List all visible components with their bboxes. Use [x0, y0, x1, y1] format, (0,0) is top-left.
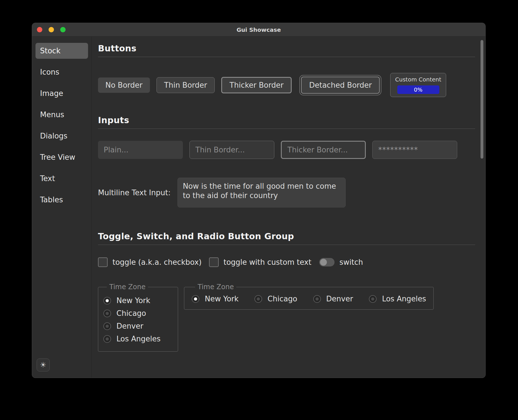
- multiline-row: Multiline Text Input: Now is the time fo…: [98, 178, 475, 207]
- radio-label: Los Angeles: [116, 335, 160, 343]
- traffic-lights: [37, 27, 66, 32]
- radio-option-denver[interactable]: Denver: [103, 322, 173, 330]
- detached-border-button[interactable]: Detached Border: [301, 77, 380, 94]
- sidebar-item-tree-view[interactable]: Tree View: [35, 149, 88, 165]
- radio-label: New York: [116, 296, 150, 305]
- vertical-scrollbar-thumb[interactable]: [481, 40, 483, 159]
- switch-label: switch: [339, 258, 363, 266]
- sidebar-item-dialogs[interactable]: Dialogs: [35, 128, 88, 144]
- multiline-label: Multiline Text Input:: [98, 188, 171, 197]
- maximize-button[interactable]: [60, 27, 66, 32]
- radio-groups-row: Time Zone New York Chicago Denver: [98, 283, 475, 352]
- switch-knob-icon: [320, 259, 327, 266]
- thicker-border-input[interactable]: [281, 141, 366, 159]
- timezone-group-horizontal: Time Zone New York Chicago Denver: [184, 283, 434, 310]
- thicker-border-button[interactable]: Thicker Border: [221, 77, 292, 93]
- radio-option-new-york[interactable]: New York: [192, 295, 239, 303]
- buttons-row: No Border Thin Border Thicker Border Det…: [98, 73, 475, 97]
- custom-text-checkbox-label: toggle with custom text: [224, 258, 311, 266]
- radio-option-new-york[interactable]: New York: [103, 296, 173, 305]
- toggles-section-heading: Toggle, Switch, and Radio Button Group: [98, 231, 475, 241]
- inputs-section-heading: Inputs: [98, 115, 475, 125]
- custom-content-button[interactable]: Custom Content 0%: [390, 73, 446, 97]
- sidebar-item-menus[interactable]: Menus: [35, 107, 88, 123]
- theme-toggle-button[interactable]: ☀: [37, 358, 50, 371]
- radio-label: Denver: [326, 295, 353, 303]
- radio-option-denver[interactable]: Denver: [313, 295, 353, 303]
- switch-control[interactable]: [319, 258, 335, 266]
- sidebar-item-stock[interactable]: Stock: [35, 43, 88, 59]
- sidebar: Stock Icons Image Menus Dialogs Tree Vie…: [32, 37, 92, 378]
- sidebar-item-image[interactable]: Image: [35, 85, 88, 101]
- section-divider: [98, 57, 475, 57]
- radio-icon[interactable]: [103, 335, 111, 343]
- radio-option-chicago[interactable]: Chicago: [254, 295, 297, 303]
- custom-text-checkbox[interactable]: [209, 257, 219, 267]
- minimize-button[interactable]: [49, 27, 54, 32]
- radio-label: Los Angeles: [382, 295, 426, 303]
- window-title: Gui Showcase: [32, 26, 485, 33]
- section-divider: [98, 245, 475, 245]
- radio-icon[interactable]: [254, 295, 262, 303]
- radio-option-los-angeles[interactable]: Los Angeles: [103, 335, 173, 343]
- toggle-row: toggle (a.k.a. checkbox) toggle with cus…: [98, 257, 475, 267]
- radio-icon[interactable]: [103, 297, 111, 304]
- multiline-textarea[interactable]: Now is the time for all good men to come…: [177, 178, 346, 207]
- timezone-legend: Time Zone: [195, 283, 236, 291]
- password-input[interactable]: [372, 141, 457, 159]
- thin-border-input[interactable]: [189, 141, 274, 159]
- no-border-button[interactable]: No Border: [98, 77, 150, 93]
- radio-option-chicago[interactable]: Chicago: [103, 309, 173, 318]
- radio-option-los-angeles[interactable]: Los Angeles: [369, 295, 426, 303]
- radio-icon[interactable]: [192, 295, 199, 303]
- sidebar-item-icons[interactable]: Icons: [35, 64, 88, 80]
- buttons-section-heading: Buttons: [98, 43, 475, 53]
- radio-icon[interactable]: [103, 322, 111, 330]
- radio-label: Chicago: [268, 295, 297, 303]
- radio-label: Chicago: [116, 309, 146, 318]
- titlebar: Gui Showcase: [32, 23, 485, 37]
- radio-label: New York: [205, 295, 239, 303]
- sun-icon: ☀: [40, 361, 46, 369]
- radio-label: Denver: [116, 322, 143, 330]
- app-window: Gui Showcase Stock Icons Image Menus Dia…: [32, 23, 486, 378]
- toggle-checkbox[interactable]: [98, 257, 108, 267]
- section-divider: [98, 129, 475, 129]
- toggle-checkbox-label: toggle (a.k.a. checkbox): [112, 258, 202, 266]
- radio-icon[interactable]: [103, 310, 111, 317]
- horizontal-radio-row: New York Chicago Denver Los Angeles: [192, 295, 426, 303]
- radio-icon[interactable]: [369, 295, 377, 303]
- custom-content-label: Custom Content: [395, 76, 441, 83]
- timezone-group-vertical: Time Zone New York Chicago Denver: [98, 283, 178, 352]
- close-button[interactable]: [37, 27, 42, 32]
- sidebar-item-tables[interactable]: Tables: [35, 192, 88, 208]
- radio-icon[interactable]: [313, 295, 321, 303]
- content-pane: Buttons No Border Thin Border Thicker Bo…: [92, 37, 485, 378]
- plain-input[interactable]: [98, 141, 183, 159]
- progress-bar: 0%: [397, 85, 439, 94]
- inputs-row: [98, 141, 475, 159]
- sidebar-item-text[interactable]: Text: [35, 171, 88, 186]
- thin-border-button[interactable]: Thin Border: [156, 77, 215, 93]
- timezone-legend: Time Zone: [107, 283, 148, 291]
